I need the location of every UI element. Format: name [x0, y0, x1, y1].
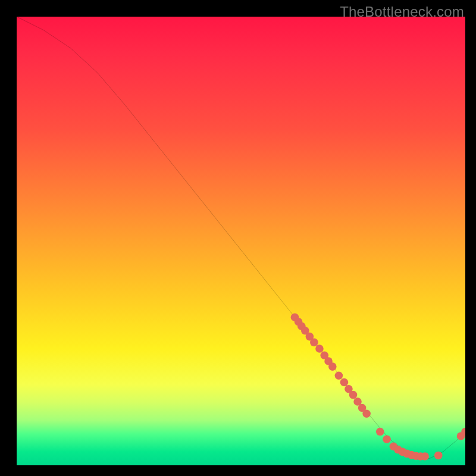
data-point [421, 452, 429, 461]
watermark-text: TheBottleneck.com [340, 4, 464, 20]
bottleneck-curve [17, 17, 465, 459]
data-point [434, 452, 443, 460]
data-point [349, 391, 358, 399]
plot-area [17, 17, 465, 465]
data-point [383, 435, 391, 443]
chart-frame: TheBottleneck.com [0, 0, 476, 476]
data-point [340, 378, 349, 387]
chart-svg [17, 17, 465, 465]
data-point [362, 410, 371, 418]
data-point [328, 362, 337, 371]
data-point [310, 339, 318, 347]
data-points [291, 313, 465, 460]
data-point [315, 345, 324, 353]
data-point [335, 371, 343, 380]
data-point [376, 428, 384, 436]
